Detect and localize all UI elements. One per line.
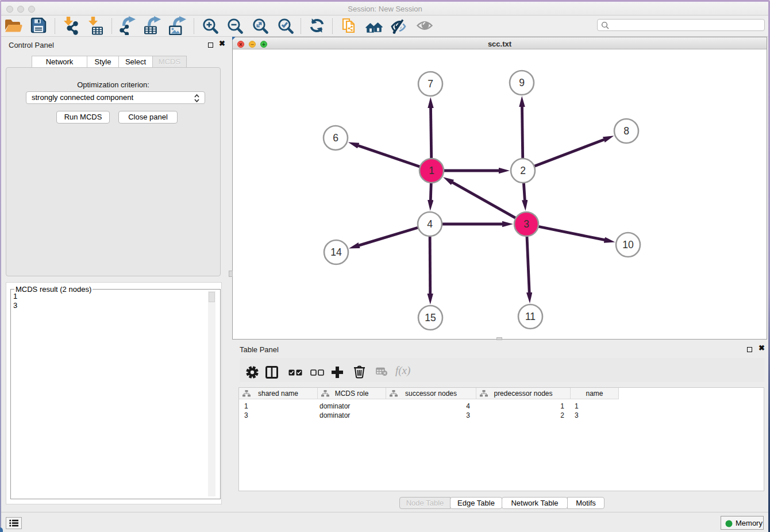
svg-text:9: 9: [519, 77, 525, 88]
svg-text:11: 11: [525, 311, 536, 322]
svg-text:6: 6: [333, 132, 338, 144]
svg-text:10: 10: [622, 239, 634, 250]
svg-text:3: 3: [523, 218, 529, 230]
svg-text:1: 1: [429, 165, 434, 176]
svg-text:8: 8: [623, 125, 629, 137]
svg-text:7: 7: [428, 78, 433, 90]
svg-text:15: 15: [425, 312, 436, 323]
svg-text:2: 2: [520, 165, 526, 176]
svg-text:14: 14: [330, 246, 342, 258]
svg-text:4: 4: [427, 218, 433, 230]
